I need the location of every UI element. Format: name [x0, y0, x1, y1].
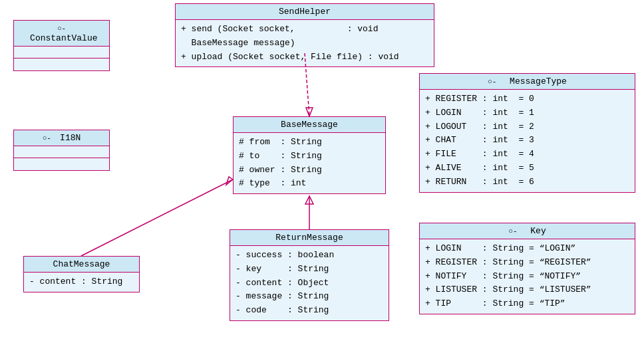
sendhelper-method1: + send (Socket socket, : void: [181, 23, 428, 37]
key-fields: + LOGIN : String = “LOGIN” + REGISTER : …: [420, 239, 635, 314]
constantvalue-section2: [14, 58, 109, 70]
key-box: ○- Key + LOGIN : String = “LOGIN” + REGI…: [419, 223, 635, 314]
messagetype-field6: + ALIVE : int = 5: [425, 162, 629, 175]
messagetype-field2: + LOGIN : int = 1: [425, 106, 629, 120]
basemessage-fields: # from : String # to : String # owner : …: [234, 133, 385, 193]
key-field1: + LOGIN : String = “LOGIN”: [425, 242, 629, 256]
messagetype-box: ○- MessageType + REGISTER : int = 0 + LO…: [419, 73, 635, 193]
returnmessage-field5: - code : String: [236, 304, 383, 318]
diagram-container: SendHelper + send (Socket socket, : void…: [0, 0, 644, 341]
i18n-section1: [14, 146, 109, 158]
basemessage-field3: # owner : String: [239, 164, 380, 177]
key-field4: + LISTUSER : String = “LISTUSER”: [425, 283, 629, 297]
key-field5: + TIP : String = “TIP”: [425, 297, 629, 311]
messagetype-field7: + RETURN : int = 6: [425, 175, 629, 189]
returnmessage-field2: - key : String: [236, 263, 383, 277]
svg-marker-3: [226, 177, 233, 185]
chatmessage-box: ChatMessage - content : String: [23, 256, 140, 292]
sendhelper-header: SendHelper: [176, 4, 434, 20]
returnmessage-field4: - message : String: [236, 290, 383, 304]
messagetype-stereotype: ○-: [488, 78, 510, 86]
basemessage-field1: # from : String: [239, 136, 380, 150]
constantvalue-box: ○- ConstantValue: [13, 20, 110, 71]
messagetype-fields: + REGISTER : int = 0 + LOGIN : int = 1 +…: [420, 90, 635, 192]
messagetype-field3: + LOGOUT : int = 2: [425, 120, 629, 134]
returnmessage-box: ReturnMessage - success : boolean - key …: [230, 229, 389, 321]
basemessage-field2: # to : String: [239, 150, 380, 164]
sendhelper-method1b: BaseMessage message): [181, 37, 428, 51]
messagetype-field4: + CHAT : int = 3: [425, 134, 629, 148]
returnmessage-fields: - success : boolean - key : String - con…: [230, 246, 389, 320]
key-field2: + REGISTER : String = “REGISTER”: [425, 256, 629, 270]
sendhelper-box: SendHelper + send (Socket socket, : void…: [175, 3, 434, 67]
key-field3: + NOTIFY : String = “NOTIFY”: [425, 270, 629, 284]
returnmessage-field3: - content : Object: [236, 277, 383, 290]
basemessage-header: BaseMessage: [234, 117, 385, 133]
constantvalue-header: ○- ConstantValue: [14, 21, 109, 47]
constantvalue-section1: [14, 47, 109, 58]
key-header: ○- Key: [420, 223, 635, 239]
returnmessage-header: ReturnMessage: [230, 230, 389, 246]
i18n-section2: [14, 158, 109, 170]
svg-line-2: [81, 179, 233, 256]
basemessage-box: BaseMessage # from : String # to : Strin…: [233, 116, 386, 194]
messagetype-field5: + FILE : int = 4: [425, 148, 629, 162]
basemessage-field4: # type : int: [239, 177, 380, 191]
svg-marker-5: [305, 196, 313, 204]
i18n-stereotype: ○-: [43, 134, 60, 142]
svg-marker-1: [306, 108, 313, 116]
i18n-box: ○- I18N: [13, 130, 110, 171]
messagetype-header: ○- MessageType: [420, 74, 635, 90]
sendhelper-methods: + send (Socket socket, : void BaseMessag…: [176, 20, 434, 66]
constantvalue-stereotype: ○-: [25, 25, 66, 43]
returnmessage-field1: - success : boolean: [236, 249, 383, 263]
sendhelper-method2: + upload (Socket socket, File file) : vo…: [181, 51, 428, 64]
messagetype-field1: + REGISTER : int = 0: [425, 92, 629, 106]
i18n-header: ○- I18N: [14, 130, 109, 146]
chatmessage-fields: - content : String: [24, 273, 139, 292]
chatmessage-header: ChatMessage: [24, 257, 139, 273]
key-stereotype: ○-: [508, 227, 530, 235]
chatmessage-field1: - content : String: [29, 275, 134, 289]
